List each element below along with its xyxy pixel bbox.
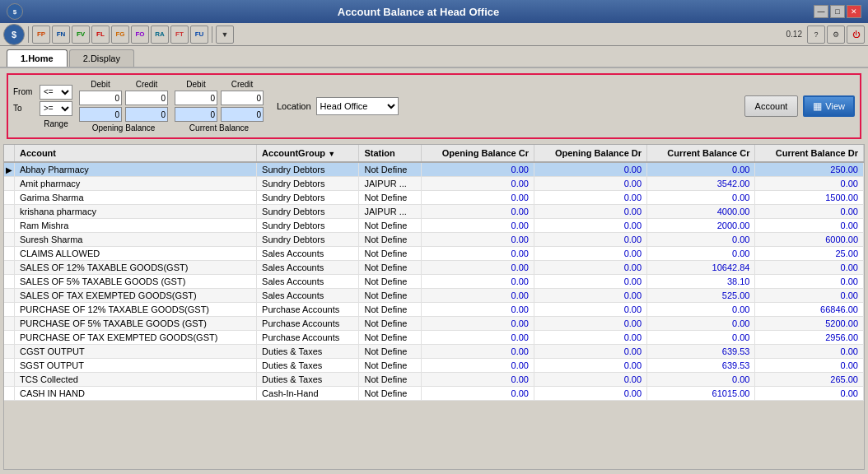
row-indicator <box>4 219 15 233</box>
cb-cr-cell: 10642.84 <box>647 261 755 275</box>
from-row: From <= >= = <box>13 85 72 100</box>
title-controls: — □ ✕ <box>814 5 861 18</box>
current-credit2-input[interactable] <box>221 107 264 122</box>
row-indicator <box>4 233 15 247</box>
ob-cr-cell: 0.00 <box>421 162 534 177</box>
toolbar-fn-icon[interactable]: FN <box>52 26 70 44</box>
toolbar-ra-icon[interactable]: RA <box>151 26 169 44</box>
ob-dr-cell: 0.00 <box>534 205 646 219</box>
debit-col-header: Debit <box>79 80 122 89</box>
toolbar-ft-icon[interactable]: FT <box>170 26 189 44</box>
table-row[interactable]: Ram MishraSundry DebtorsNot Define0.000.… <box>4 219 864 233</box>
toolbar-fv-icon[interactable]: FV <box>72 26 90 44</box>
minimize-button[interactable]: — <box>814 5 828 18</box>
toolbar-arrow-icon[interactable]: ▼ <box>216 26 234 44</box>
tab-display[interactable]: 2.Display <box>69 49 134 67</box>
table-row[interactable]: ▶Abhay PharmacySundry DebtorsNot Define0… <box>4 162 864 177</box>
row-indicator <box>4 289 15 303</box>
table-row[interactable]: krishana pharmacySundry DebtorsJAIPUR ..… <box>4 205 864 219</box>
cb-cr-cell: 525.00 <box>647 289 755 303</box>
maximize-button[interactable]: □ <box>830 5 845 18</box>
table-row[interactable]: CASH IN HANDCash-In-HandNot Define0.000.… <box>4 387 864 401</box>
range-credit-input[interactable] <box>125 91 168 105</box>
ob-dr-cell: 0.00 <box>534 289 646 303</box>
opening-balance-group: Debit Credit Opening Balance <box>79 80 168 132</box>
row-indicator <box>4 303 15 317</box>
from-operator-select[interactable]: <= >= = <box>40 85 72 100</box>
row-indicator <box>4 191 15 205</box>
ob-dr-cell: 0.00 <box>534 303 646 317</box>
location-select[interactable]: Head Office <box>316 97 399 115</box>
help-icon[interactable]: ? <box>807 26 825 44</box>
station-cell: Not Define <box>359 303 421 317</box>
indicator-col-header <box>4 145 15 162</box>
table-row[interactable]: SALES OF TAX EXEMPTED GOODS(GST)Sales Ac… <box>4 289 864 303</box>
table-row[interactable]: Suresh SharmaSundry DebtorsNot Define0.0… <box>4 233 864 247</box>
cb-dr-cell: 1500.00 <box>755 191 864 205</box>
ob-dr-cell: 0.00 <box>534 317 646 331</box>
table-row[interactable]: SGST OUTPUTDuties & TaxesNot Define0.000… <box>4 359 864 373</box>
station-cell: Not Define <box>359 373 421 387</box>
current-bal-label: Current Balance <box>175 123 264 132</box>
table-row[interactable]: CLAIMS ALLOWEDSales AccountsNot Define0.… <box>4 247 864 261</box>
cb-cr-col-header: Current Balance Cr <box>647 145 755 162</box>
ob-cr-cell: 0.00 <box>421 331 534 345</box>
table-row[interactable]: TCS CollectedDuties & TaxesNot Define0.0… <box>4 373 864 387</box>
row-indicator <box>4 373 15 387</box>
table-row[interactable]: Amit pharmacySundry DebtorsJAIPUR ...0.0… <box>4 177 864 191</box>
cb-dr-cell: 25.00 <box>755 247 864 261</box>
group-cell: Sundry Debtors <box>257 177 359 191</box>
row-indicator: ▶ <box>4 162 15 177</box>
ob-cr-cell: 0.00 <box>421 191 534 205</box>
table-row[interactable]: PURCHASE OF 12% TAXABLE GOODS(GST)Purcha… <box>4 303 864 317</box>
tab-bar: 1.Home 2.Display <box>0 46 868 68</box>
range-group: From <= >= = To >= <= = Range <box>13 85 72 128</box>
cb-cr-cell: 3542.00 <box>647 177 755 191</box>
ob-cr-cell: 0.00 <box>421 177 534 191</box>
station-cell: JAIPUR ... <box>359 177 421 191</box>
credit-col-header: Credit <box>125 80 168 89</box>
account-cell: SALES OF 12% TAXABLE GOODS(GST) <box>15 261 257 275</box>
account-cell: Suresh Sharma <box>15 233 257 247</box>
cb-dr-cell: 0.00 <box>755 205 864 219</box>
account-button[interactable]: Account <box>744 95 799 117</box>
current-balance-group: Debit Credit Current Balance <box>175 80 264 132</box>
opening-credit-input[interactable] <box>125 107 168 122</box>
current-debit-input[interactable] <box>175 91 217 105</box>
table-row[interactable]: CGST OUTPUTDuties & TaxesNot Define0.000… <box>4 345 864 359</box>
toolbar-fo-icon[interactable]: FO <box>131 26 149 44</box>
ob-cr-cell: 0.00 <box>421 289 534 303</box>
toolbar-fl-icon[interactable]: FL <box>91 26 110 44</box>
toolbar-fu-icon[interactable]: FU <box>190 26 208 44</box>
close-button[interactable]: ✕ <box>847 5 861 18</box>
opening-debit-input[interactable] <box>79 107 122 122</box>
range-debit-input[interactable] <box>79 91 122 105</box>
ob-cr-cell: 0.00 <box>421 317 534 331</box>
account-cell: CASH IN HAND <box>15 387 257 401</box>
settings-icon[interactable]: ⚙ <box>827 26 845 44</box>
cb-cr-cell: 38.10 <box>647 275 755 289</box>
cb-dr-cell: 0.00 <box>755 345 864 359</box>
view-button[interactable]: ▦ View <box>803 95 855 117</box>
table-row[interactable]: Garima SharmaSundry DebtorsNot Define0.0… <box>4 191 864 205</box>
to-operator-select[interactable]: >= <= = <box>40 101 72 116</box>
opening-bal-label: Opening Balance <box>79 123 168 132</box>
station-col-header: Station <box>359 145 421 162</box>
ob-dr-cell: 0.00 <box>534 359 646 373</box>
power-icon[interactable]: ⏻ <box>847 26 865 44</box>
cb-cr-cell: 0.00 <box>647 247 755 261</box>
table-row[interactable]: SALES OF 12% TAXABLE GOODS(GST)Sales Acc… <box>4 261 864 275</box>
tab-home[interactable]: 1.Home <box>7 49 68 67</box>
table-row[interactable]: PURCHASE OF TAX EXEMPTED GOODS(GST)Purch… <box>4 331 864 345</box>
station-cell: Not Define <box>359 162 421 177</box>
title-bar: $ Account Balance at Head Office — □ ✕ <box>0 0 868 23</box>
toolbar-fg-icon[interactable]: FG <box>111 26 129 44</box>
toolbar-fp-icon[interactable]: FP <box>32 26 50 44</box>
group-cell: Cash-In-Hand <box>257 387 359 401</box>
current-debit2-input[interactable] <box>175 107 217 122</box>
table-row[interactable]: SALES OF 5% TAXABLE GOODS (GST)Sales Acc… <box>4 275 864 289</box>
current-credit-input[interactable] <box>221 91 264 105</box>
cb-dr-cell: 0.00 <box>755 289 864 303</box>
account-cell: SGST OUTPUT <box>15 359 257 373</box>
table-row[interactable]: PURCHASE OF 5% TAXABLE GOODS (GST)Purcha… <box>4 317 864 331</box>
